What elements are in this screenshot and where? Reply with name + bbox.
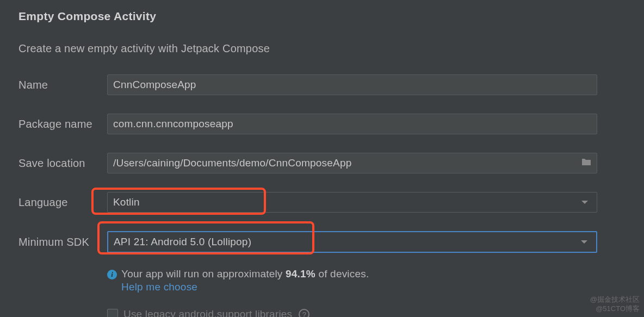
package-name-input[interactable] [107, 114, 597, 134]
page-subtitle: Create a new empty activity with Jetpack… [18, 42, 626, 55]
language-label: Language [18, 196, 107, 209]
min-sdk-select[interactable]: API 21: Android 5.0 (Lollipop) [107, 231, 597, 253]
min-sdk-label: Minimum SDK [18, 236, 107, 248]
chevron-down-icon [581, 201, 588, 204]
device-coverage-text: Your app will run on approximately 94.1%… [121, 268, 369, 280]
browse-folder-icon[interactable] [581, 158, 592, 169]
name-input[interactable] [107, 74, 597, 95]
language-value: Kotlin [113, 196, 140, 208]
chevron-down-icon [581, 240, 587, 244]
min-sdk-value: API 21: Android 5.0 (Lollipop) [114, 236, 251, 248]
info-icon: i [107, 270, 117, 279]
name-label: Name [18, 79, 107, 91]
save-location-input[interactable] [107, 153, 597, 173]
legacy-support-checkbox[interactable] [107, 309, 118, 317]
legacy-support-label: Use legacy android.support libraries [123, 308, 292, 317]
help-icon[interactable]: ? [299, 309, 309, 317]
help-me-choose-link[interactable]: Help me choose [121, 281, 369, 293]
language-select[interactable]: Kotlin [107, 192, 597, 213]
watermark: @掘金技术社区 @51CTO博客 [590, 295, 640, 314]
page-title: Empty Compose Activity [18, 10, 626, 23]
package-label: Package name [18, 118, 107, 130]
save-location-label: Save location [18, 157, 107, 170]
